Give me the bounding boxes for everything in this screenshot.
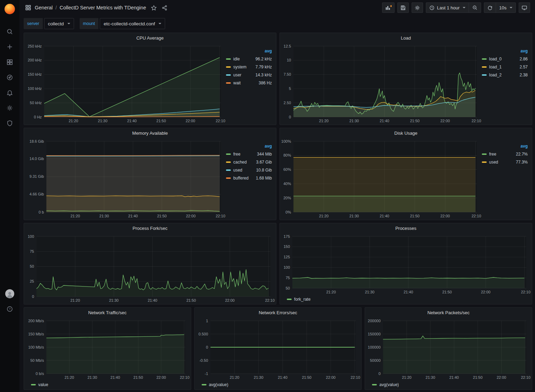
legend-swatch xyxy=(482,161,487,163)
cycle-view-mode-button[interactable] xyxy=(519,2,530,13)
svg-text:0: 0 xyxy=(289,115,291,119)
legend-series-avg-value: 22.7% xyxy=(516,152,528,157)
legend-item-buffered[interactable]: buffered1.68 Mib xyxy=(226,174,272,182)
legend-item-user[interactable]: user14.3 kHz xyxy=(226,71,272,79)
legend-item-used[interactable]: used10.8 Gib xyxy=(226,166,272,174)
network-traffic-legend: value xyxy=(25,381,190,389)
panel-network-traffic: Network Traffic/sec 21:2021:3021:4021:50… xyxy=(24,307,191,390)
svg-text:18.6 Gib: 18.6 Gib xyxy=(30,139,44,143)
svg-text:21:30: 21:30 xyxy=(254,375,264,380)
grafana-logo-icon xyxy=(5,4,15,14)
legend-item-system[interactable]: system7.79 kHz xyxy=(226,63,272,71)
svg-text:21:40: 21:40 xyxy=(380,214,389,218)
legend-series-name: load_1 xyxy=(489,65,517,69)
search-icon[interactable] xyxy=(6,28,14,35)
variable-server: server collectd xyxy=(24,18,74,29)
legend-item-load_1[interactable]: load_12.57 xyxy=(482,63,528,71)
user-avatar[interactable] xyxy=(5,289,14,298)
sidebar-menu xyxy=(6,28,14,127)
svg-text:21:30: 21:30 xyxy=(365,290,375,294)
processes-chart[interactable]: 21:2021:3021:4021:5022:0022:105075100125… xyxy=(281,233,531,295)
panel-title[interactable]: Network Traffic/sec xyxy=(24,308,191,317)
legend-item-avgvalue[interactable]: avg(value) xyxy=(202,382,228,387)
legend-series-name: free xyxy=(489,152,513,157)
dashboards-grid-icon[interactable] xyxy=(6,58,14,66)
legend-item-value[interactable]: value xyxy=(31,382,48,387)
svg-text:22:10: 22:10 xyxy=(471,214,481,218)
chevron-down-icon xyxy=(159,23,161,24)
process-fork-chart[interactable]: 21:2021:3021:4021:5022:0022:100255075100 xyxy=(25,233,275,303)
configuration-gear-icon[interactable] xyxy=(6,104,14,112)
time-range-picker[interactable]: Last 1 hour xyxy=(426,3,469,12)
legend-item-free[interactable]: free344 Mib xyxy=(226,150,272,158)
dashboard-title[interactable]: CollectD Server Metrics with TDengine xyxy=(59,5,146,10)
zoom-out-button[interactable] xyxy=(469,3,481,12)
svg-text:100%: 100% xyxy=(281,139,291,143)
svg-text:21:20: 21:20 xyxy=(402,375,412,380)
panel-title[interactable]: Network Errors/sec xyxy=(195,308,362,317)
panel-title[interactable]: Processes xyxy=(280,223,532,233)
panel-title[interactable]: Network Packets/sec xyxy=(365,308,532,317)
legend-item-used[interactable]: used77.3% xyxy=(482,158,528,166)
svg-text:21:40: 21:40 xyxy=(111,375,120,380)
panel-memory-available: Memory Available 21:2021:3021:4021:5022:… xyxy=(24,128,276,220)
svg-text:22:10: 22:10 xyxy=(350,375,360,380)
share-icon[interactable] xyxy=(162,5,168,11)
grafana-logo[interactable] xyxy=(0,0,19,18)
network-traffic-chart[interactable]: 21:2021:3021:4021:5022:0022:100 b/s50 Mb… xyxy=(25,317,190,381)
network-errors-chart[interactable]: 21:2021:3021:4021:5022:0022:10-1-0.5000.… xyxy=(195,317,361,381)
panel-title[interactable]: Process Fork/sec xyxy=(24,223,276,233)
explore-compass-icon[interactable] xyxy=(6,74,14,81)
svg-text:100 kHz: 100 kHz xyxy=(28,86,42,91)
svg-text:0 Hz: 0 Hz xyxy=(34,115,42,119)
legend-header-avg: avg xyxy=(226,142,272,150)
cpu-average-chart[interactable]: 21:2021:3021:4021:5022:0022:100 Hz50 kHz… xyxy=(25,43,226,124)
network-packets-chart[interactable]: 21:2021:3021:4021:5022:0022:100500001000… xyxy=(366,317,531,381)
legend-item-load_0[interactable]: load_02.86 xyxy=(482,55,528,63)
svg-text:21:50: 21:50 xyxy=(157,214,167,218)
svg-text:0 b: 0 b xyxy=(39,210,44,214)
create-plus-icon[interactable] xyxy=(6,43,14,51)
legend-swatch xyxy=(226,177,231,179)
add-panel-button[interactable] xyxy=(382,2,395,13)
breadcrumb-folder[interactable]: General xyxy=(35,5,53,10)
help-icon[interactable]: ? xyxy=(6,305,14,313)
legend-item-wait[interactable]: wait386 Hz xyxy=(226,79,272,87)
dashboard-settings-button[interactable] xyxy=(412,2,423,13)
legend-item-free[interactable]: free22.7% xyxy=(482,150,528,158)
legend-series-name: free xyxy=(233,152,254,157)
star-icon[interactable] xyxy=(151,5,157,11)
legend-series-avg-value: 2.38 xyxy=(520,73,528,77)
load-chart[interactable]: 21:2021:3021:4021:5022:0022:1002.5057.50… xyxy=(281,43,482,124)
chevron-down-icon xyxy=(67,23,70,24)
svg-text:22:00: 22:00 xyxy=(326,375,335,380)
legend-header-avg: avg xyxy=(482,142,528,150)
legend-item-idle[interactable]: idle96.2 kHz xyxy=(226,55,272,63)
legend-series-name: user xyxy=(233,73,253,77)
legend-series-name: value xyxy=(38,382,48,387)
svg-text:125: 125 xyxy=(284,255,290,259)
refresh-button[interactable] xyxy=(484,3,496,12)
save-dashboard-button[interactable] xyxy=(397,2,409,13)
load-legend: avgload_02.86load_12.57load_22.38 xyxy=(482,43,531,124)
legend-item-cached[interactable]: cached3.67 Gib xyxy=(226,158,272,166)
panel-title[interactable]: Disk Usage xyxy=(280,128,532,138)
legend-series-avg-value: 344 Mib xyxy=(257,152,272,157)
legend-item-avgvalue[interactable]: avg(value) xyxy=(372,382,399,387)
svg-text:150 Mb/s: 150 Mb/s xyxy=(28,332,44,336)
variable-server-select[interactable]: collectd xyxy=(44,18,74,29)
legend-series-name: cached xyxy=(233,160,253,165)
server-admin-shield-icon[interactable] xyxy=(6,119,14,127)
panel-title[interactable]: Load xyxy=(280,33,532,43)
variable-mount-select[interactable]: etc-collectd-collectd.conf xyxy=(100,18,165,29)
legend-item-fork_rate[interactable]: fork_rate xyxy=(287,297,310,302)
panel-title[interactable]: CPU Average xyxy=(24,33,276,43)
alerting-bell-icon[interactable] xyxy=(6,89,14,97)
disk-usage-chart[interactable]: 21:2021:3021:4021:5022:0022:100%20%40%60… xyxy=(281,138,482,219)
memory-available-chart[interactable]: 21:2021:3021:4021:5022:0022:100 b4.66 Gi… xyxy=(25,138,226,219)
svg-text:21:40: 21:40 xyxy=(404,290,413,294)
panel-title[interactable]: Memory Available xyxy=(24,128,276,138)
refresh-interval-picker[interactable]: 10s xyxy=(496,3,516,12)
svg-text:100000: 100000 xyxy=(368,345,381,349)
legend-item-load_2[interactable]: load_22.38 xyxy=(482,71,528,79)
